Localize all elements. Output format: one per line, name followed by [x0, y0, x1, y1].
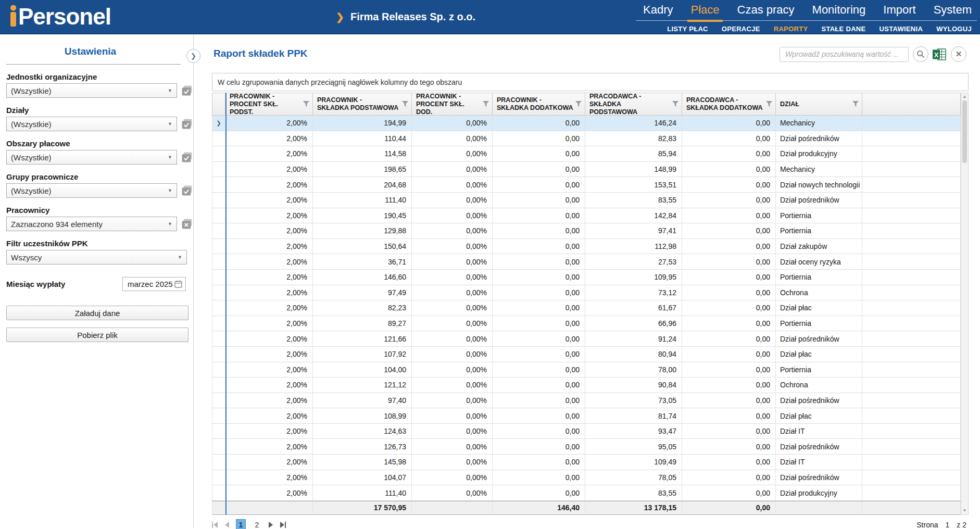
table-cell: 83,55 — [585, 485, 682, 501]
table-row[interactable]: 2,00%190,450,00%0,00142,840,00Portiernia — [212, 208, 961, 224]
column-header[interactable]: PRACOWNIK -SKŁADKA PODSTAWOWA — [313, 93, 412, 116]
table-cell: 66,96 — [585, 316, 682, 332]
table-row[interactable]: 2,00%204,680,00%0,00153,510,00Dział nowy… — [212, 177, 961, 193]
clear-search-button[interactable]: ✕ — [951, 46, 966, 62]
filter-icon[interactable] — [852, 101, 859, 107]
nav-item[interactable]: Monitoring — [812, 3, 866, 17]
filter-icon[interactable] — [303, 101, 309, 107]
table-cell: Portiernia — [776, 223, 862, 239]
table-row[interactable]: 2,00%82,230,00%0,0061,670,00Dział płac — [212, 300, 961, 316]
app-logo[interactable]: Personel — [9, 4, 111, 29]
search-button[interactable] — [913, 46, 928, 62]
table-row[interactable]: 2,00%104,070,00%0,0078,050,00Dział pośre… — [212, 470, 961, 486]
table-row[interactable]: 2,00%108,990,00%0,0081,740,00Dział płac — [212, 408, 961, 424]
table-row[interactable]: 2,00%97,490,00%0,0073,120,00Ochrona — [212, 285, 961, 301]
prev-page-button[interactable] — [224, 522, 230, 528]
table-row[interactable]: 2,00%97,400,00%0,0073,050,00Dział pośred… — [212, 393, 961, 409]
row-indicator-cell — [212, 408, 225, 424]
download-file-button[interactable]: Pobierz plik — [6, 328, 189, 342]
column-header[interactable]: DZIAŁ — [776, 93, 862, 116]
subnav-item[interactable]: USTAWIENIA — [880, 25, 923, 33]
chevron-down-icon: ▼ — [178, 255, 182, 260]
next-page-button[interactable] — [268, 522, 273, 528]
multi-select-check-icon[interactable] — [181, 119, 193, 130]
column-header[interactable]: PRACODAWCA -SKŁADKA PODSTAWOWA — [585, 93, 682, 116]
subnav-item[interactable]: WYLOGUJ — [936, 25, 972, 33]
filter-dropdown[interactable]: Zaznaczono 934 elementy ▼ — [6, 217, 177, 231]
page-number-button[interactable]: 1 — [236, 519, 246, 529]
table-cell: 36,71 — [313, 254, 412, 270]
nav-item[interactable]: Czas pracy — [737, 3, 795, 17]
table-row[interactable]: 2,00%145,980,00%0,00109,490,00Dział IT — [212, 455, 961, 470]
subnav-item[interactable]: OPERACJE — [722, 25, 760, 33]
filler-header — [862, 93, 961, 116]
calendar-icon[interactable] — [174, 280, 182, 288]
search-input[interactable] — [780, 47, 909, 62]
table-row[interactable]: 2,00%126,730,00%0,0095,050,00Dział pośre… — [212, 439, 961, 455]
filter-group: Jednostki organizacyjne (Wszystkie) ▼ — [6, 72, 193, 98]
last-page-button[interactable] — [280, 522, 286, 528]
multi-select-check-icon[interactable] — [181, 185, 193, 196]
column-header[interactable]: PRACOWNIK -PROCENT SKŁ. PODST. — [225, 93, 313, 116]
nav-item[interactable]: System — [934, 3, 972, 17]
page-number-button[interactable]: 2 — [252, 519, 262, 529]
load-data-button[interactable]: Załaduj dane — [6, 306, 189, 320]
nav-item[interactable]: Kadry — [643, 3, 673, 17]
sidebar-collapse-button[interactable]: ❯ — [186, 49, 200, 63]
first-page-button[interactable] — [212, 522, 218, 528]
multi-select-clear-icon[interactable] — [181, 219, 193, 230]
table-row[interactable]: 2,00%146,600,00%0,00109,950,00Portiernia — [212, 270, 961, 285]
table-row[interactable]: 2,00%124,630,00%0,0093,470,00Dział IT — [212, 424, 961, 439]
nav-item[interactable]: Import — [883, 3, 915, 17]
filter-icon[interactable] — [402, 101, 408, 107]
filter-dropdown[interactable]: (Wszystkie) ▼ — [6, 150, 177, 165]
table-row[interactable]: 2,00%104,000,00%0,0078,000,00Portiernia — [212, 362, 961, 378]
scrollbar-thumb[interactable] — [962, 100, 967, 163]
subnav-item[interactable]: STAŁE DANE — [821, 25, 865, 33]
export-excel-button[interactable]: X — [933, 48, 947, 61]
table-row[interactable]: 2,00%111,400,00%0,0083,550,00Dział produ… — [212, 485, 961, 501]
table-cell: 0,00% — [412, 131, 493, 147]
multi-select-check-icon[interactable] — [181, 85, 193, 96]
filter-dropdown[interactable]: Wszyscy ▼ — [6, 250, 187, 264]
filter-dropdown[interactable]: (Wszystkie) ▼ — [6, 83, 177, 98]
table-row[interactable]: 2,00%114,580,00%0,0085,940,00Dział produ… — [212, 146, 961, 162]
table-row[interactable]: 2,00%198,650,00%0,00148,990,00Mechanicy — [212, 162, 961, 178]
table-cell: 81,74 — [585, 408, 682, 424]
table-row[interactable]: 2,00%121,660,00%0,0091,240,00Dział pośre… — [212, 331, 961, 347]
grid-accent-line — [225, 93, 227, 515]
table-cell: 0,00 — [682, 485, 776, 501]
filter-dropdown[interactable]: (Wszystkie) ▼ — [6, 117, 177, 131]
column-header[interactable]: PRACOWNIK -PROCENT SKŁ. DOD. — [412, 93, 493, 116]
nav-item[interactable]: Płace — [690, 3, 719, 17]
table-row[interactable]: 2,00%121,120,00%0,0090,840,00Ochrona — [212, 377, 961, 393]
filter-icon[interactable] — [483, 101, 489, 107]
column-header[interactable]: PRACOWNIK -SKŁADKA DODATKOWA — [493, 93, 585, 116]
subnav-item[interactable]: LISTY PŁAC — [667, 25, 708, 33]
grid-scrollbar[interactable]: ▲ ▼ — [961, 93, 969, 515]
table-cell: 194,99 — [313, 116, 412, 131]
filter-label: Grupy pracownicze — [6, 172, 193, 181]
table-row[interactable]: ❯2,00%194,990,00%0,00146,240,00Mechanicy — [212, 116, 961, 131]
scroll-down-icon[interactable]: ▼ — [963, 508, 967, 513]
payout-month-input[interactable]: marzec 2025 — [122, 277, 186, 291]
table-row[interactable]: 2,00%107,920,00%0,0080,940,00Dział płac — [212, 347, 961, 362]
scroll-up-icon[interactable]: ▲ — [963, 94, 967, 99]
table-row[interactable]: 2,00%89,270,00%0,0066,960,00Portiernia — [212, 316, 961, 332]
table-cell: 0,00% — [412, 362, 493, 378]
table-cell: 0,00 — [493, 439, 585, 455]
multi-select-check-icon[interactable] — [181, 152, 193, 163]
table-row[interactable]: 2,00%110,440,00%0,0082,830,00Dział pośre… — [212, 131, 961, 147]
table-row[interactable]: 2,00%111,400,00%0,0083,550,00Dział pośre… — [212, 193, 961, 208]
table-row[interactable]: 2,00%150,640,00%0,00112,980,00Dział zaku… — [212, 239, 961, 255]
table-row[interactable]: 2,00%129,880,00%0,0097,410,00Portiernia — [212, 223, 961, 239]
table-row[interactable]: 2,00%36,710,00%0,0027,530,00Dział oceny … — [212, 254, 961, 270]
filter-icon[interactable] — [766, 101, 772, 107]
filter-dropdown[interactable]: (Wszystkie) ▼ — [6, 183, 177, 198]
group-by-panel[interactable]: W celu zgrupowania danych przeciągnij na… — [212, 73, 969, 91]
filter-icon[interactable] — [672, 101, 679, 107]
filter-icon[interactable] — [575, 101, 582, 107]
filter-list: Jednostki organizacyjne (Wszystkie) ▼ Dz… — [6, 72, 193, 264]
subnav-item[interactable]: RAPORTY — [774, 25, 808, 33]
column-header[interactable]: PRACODAWCA -SKŁADKA DODATKOWA — [682, 93, 776, 116]
